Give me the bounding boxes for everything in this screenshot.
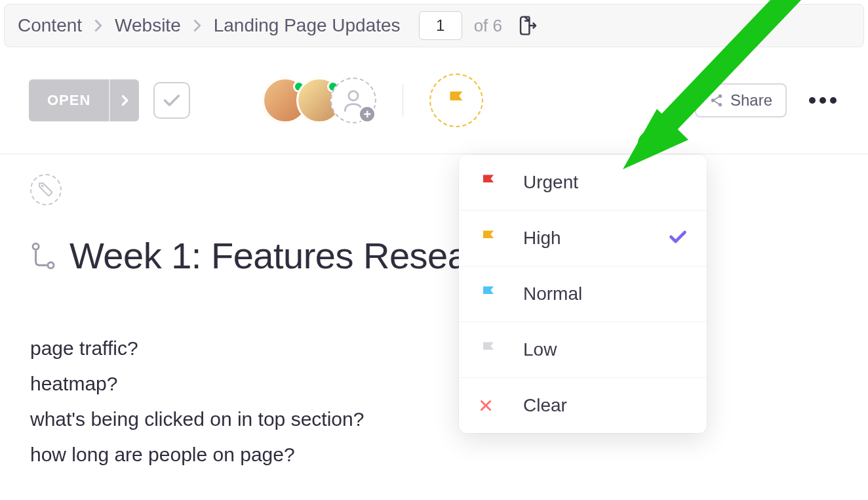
flag-icon <box>479 228 505 249</box>
task-content: Week 1: Features Research page traffic? … <box>0 154 868 492</box>
description-line: heatmap? <box>30 366 838 402</box>
description-line: what's being clicked on in top section? <box>30 402 838 437</box>
chevron-right-icon <box>193 19 202 32</box>
subtask-icon <box>30 241 56 271</box>
priority-option-label: Low <box>523 339 557 360</box>
priority-option-label: High <box>523 228 561 249</box>
svg-point-0 <box>349 91 358 100</box>
flag-icon <box>479 283 505 304</box>
svg-point-5 <box>33 243 39 249</box>
tag-icon <box>37 181 54 198</box>
priority-option-urgent[interactable]: Urgent <box>459 155 707 211</box>
assignees: + <box>262 77 376 123</box>
task-title[interactable]: Week 1: Features Research <box>69 234 518 277</box>
add-tags-button[interactable] <box>30 174 62 205</box>
more-menu-button[interactable] <box>804 92 842 109</box>
description-line: page traffic? <box>30 331 838 366</box>
priority-flag-button[interactable] <box>429 73 483 127</box>
priority-option-label: Urgent <box>523 172 578 193</box>
exit-icon[interactable] <box>518 14 538 37</box>
share-label: Share <box>730 91 772 110</box>
breadcrumb-item-content[interactable]: Content <box>18 15 82 36</box>
priority-option-label: Clear <box>523 395 567 416</box>
svg-point-4 <box>41 185 43 187</box>
close-icon <box>479 398 505 413</box>
flag-icon <box>445 88 467 113</box>
priority-dropdown: UrgentHighNormalLowClear <box>459 155 707 433</box>
page-of-label: of 6 <box>474 16 502 36</box>
divider <box>403 84 403 117</box>
check-icon <box>669 228 687 249</box>
complete-checkbox[interactable] <box>153 82 190 119</box>
priority-option-clear[interactable]: Clear <box>459 378 707 433</box>
task-toolbar: OPEN + Share <box>0 47 868 154</box>
priority-option-normal[interactable]: Normal <box>459 266 707 322</box>
status-caret-icon[interactable] <box>109 79 139 121</box>
open-status-label: OPEN <box>29 92 109 109</box>
priority-option-label: Normal <box>523 283 582 304</box>
flag-icon <box>479 172 505 193</box>
open-status-button[interactable]: OPEN <box>29 79 139 121</box>
breadcrumb-item-landing[interactable]: Landing Page Updates <box>214 15 401 36</box>
task-description[interactable]: page traffic? heatmap? what's being clic… <box>30 331 838 472</box>
chevron-right-icon <box>94 19 103 32</box>
plus-icon: + <box>358 105 376 123</box>
flag-icon <box>479 339 505 360</box>
breadcrumb-item-website[interactable]: Website <box>115 15 181 36</box>
priority-option-low[interactable]: Low <box>459 322 707 378</box>
svg-point-6 <box>48 262 54 268</box>
add-assignee-button[interactable]: + <box>330 77 376 123</box>
page-number-input[interactable] <box>419 11 462 40</box>
share-icon <box>709 93 724 108</box>
priority-option-high[interactable]: High <box>459 211 707 266</box>
breadcrumb-bar: Content Website Landing Page Updates of … <box>4 4 864 47</box>
description-line: how long are people on page? <box>30 437 838 472</box>
share-button[interactable]: Share <box>695 83 787 117</box>
